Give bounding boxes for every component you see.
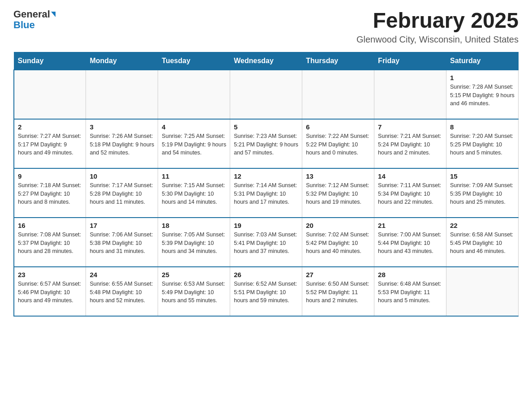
calendar-table: SundayMondayTuesdayWednesdayThursdayFrid… (13, 52, 519, 317)
calendar-cell: 25Sunrise: 6:53 AM Sunset: 5:49 PM Dayli… (158, 267, 230, 316)
day-info: Sunrise: 7:12 AM Sunset: 5:32 PM Dayligh… (306, 181, 370, 206)
day-number: 27 (306, 271, 370, 278)
calendar-cell: 7Sunrise: 7:21 AM Sunset: 5:24 PM Daylig… (374, 119, 446, 168)
day-info: Sunrise: 6:55 AM Sunset: 5:48 PM Dayligh… (90, 280, 154, 305)
day-info: Sunrise: 7:25 AM Sunset: 5:19 PM Dayligh… (162, 132, 226, 157)
day-number: 7 (378, 123, 442, 131)
day-info: Sunrise: 7:26 AM Sunset: 5:18 PM Dayligh… (90, 132, 154, 157)
day-info: Sunrise: 7:00 AM Sunset: 5:44 PM Dayligh… (378, 231, 442, 256)
calendar-cell: 22Sunrise: 6:58 AM Sunset: 5:45 PM Dayli… (446, 218, 519, 267)
calendar-cell (14, 70, 86, 119)
calendar-cell: 20Sunrise: 7:02 AM Sunset: 5:42 PM Dayli… (302, 218, 374, 267)
calendar-cell: 1Sunrise: 7:28 AM Sunset: 5:15 PM Daylig… (446, 70, 519, 119)
day-info: Sunrise: 7:09 AM Sunset: 5:35 PM Dayligh… (450, 181, 515, 206)
calendar-cell: 5Sunrise: 7:23 AM Sunset: 5:21 PM Daylig… (230, 119, 302, 168)
day-number: 6 (306, 123, 370, 131)
calendar-cell: 6Sunrise: 7:22 AM Sunset: 5:22 PM Daylig… (302, 119, 374, 168)
day-info: Sunrise: 7:14 AM Sunset: 5:31 PM Dayligh… (234, 181, 298, 206)
calendar-week-row: 23Sunrise: 6:57 AM Sunset: 5:46 PM Dayli… (14, 267, 519, 316)
day-number: 24 (90, 271, 154, 278)
day-number: 18 (162, 222, 226, 229)
calendar-cell: 11Sunrise: 7:15 AM Sunset: 5:30 PM Dayli… (158, 168, 230, 218)
day-of-week-header: Saturday (446, 52, 519, 70)
day-of-week-header: Sunday (14, 52, 86, 70)
calendar-cell: 2Sunrise: 7:27 AM Sunset: 5:17 PM Daylig… (14, 119, 86, 168)
calendar-cell: 24Sunrise: 6:55 AM Sunset: 5:48 PM Dayli… (86, 267, 158, 316)
day-of-week-header: Monday (86, 52, 158, 70)
calendar-week-row: 16Sunrise: 7:08 AM Sunset: 5:37 PM Dayli… (14, 218, 519, 267)
logo-arrow-icon (51, 12, 56, 17)
calendar-header-row: SundayMondayTuesdayWednesdayThursdayFrid… (14, 52, 519, 70)
day-number: 22 (450, 222, 515, 229)
day-info: Sunrise: 7:06 AM Sunset: 5:38 PM Dayligh… (90, 231, 154, 256)
day-info: Sunrise: 7:05 AM Sunset: 5:39 PM Dayligh… (162, 231, 226, 256)
calendar-cell (86, 70, 158, 119)
day-number: 21 (378, 222, 442, 229)
day-info: Sunrise: 7:17 AM Sunset: 5:28 PM Dayligh… (90, 181, 154, 206)
location-title: Glenwood City, Wisconsin, United States (356, 34, 519, 45)
page-header: General Blue February 2025 Glenwood City… (13, 9, 519, 45)
day-info: Sunrise: 7:02 AM Sunset: 5:42 PM Dayligh… (306, 231, 370, 256)
day-number: 16 (18, 222, 82, 229)
day-info: Sunrise: 6:58 AM Sunset: 5:45 PM Dayligh… (450, 231, 515, 256)
calendar-cell: 9Sunrise: 7:18 AM Sunset: 5:27 PM Daylig… (14, 168, 86, 218)
calendar-cell: 23Sunrise: 6:57 AM Sunset: 5:46 PM Dayli… (14, 267, 86, 316)
day-info: Sunrise: 6:48 AM Sunset: 5:53 PM Dayligh… (378, 280, 442, 305)
day-info: Sunrise: 7:15 AM Sunset: 5:30 PM Dayligh… (162, 181, 226, 206)
calendar-cell: 16Sunrise: 7:08 AM Sunset: 5:37 PM Dayli… (14, 218, 86, 267)
day-number: 28 (378, 271, 442, 278)
day-number: 20 (306, 222, 370, 229)
calendar-cell (158, 70, 230, 119)
calendar-cell: 17Sunrise: 7:06 AM Sunset: 5:38 PM Dayli… (86, 218, 158, 267)
day-number: 5 (234, 123, 298, 131)
calendar-cell: 3Sunrise: 7:26 AM Sunset: 5:18 PM Daylig… (86, 119, 158, 168)
calendar-week-row: 1Sunrise: 7:28 AM Sunset: 5:15 PM Daylig… (14, 70, 519, 119)
calendar-cell: 14Sunrise: 7:11 AM Sunset: 5:34 PM Dayli… (374, 168, 446, 218)
day-info: Sunrise: 6:57 AM Sunset: 5:46 PM Dayligh… (18, 280, 82, 305)
day-number: 10 (90, 172, 154, 180)
day-info: Sunrise: 7:21 AM Sunset: 5:24 PM Dayligh… (378, 132, 442, 157)
day-number: 2 (18, 123, 82, 131)
day-number: 11 (162, 172, 226, 180)
day-number: 12 (234, 172, 298, 180)
day-info: Sunrise: 7:20 AM Sunset: 5:25 PM Dayligh… (450, 132, 515, 157)
calendar-cell: 10Sunrise: 7:17 AM Sunset: 5:28 PM Dayli… (86, 168, 158, 218)
day-number: 17 (90, 222, 154, 229)
logo-blue: Blue (13, 20, 35, 30)
calendar-cell (302, 70, 374, 119)
calendar-cell: 8Sunrise: 7:20 AM Sunset: 5:25 PM Daylig… (446, 119, 519, 168)
calendar-cell: 26Sunrise: 6:52 AM Sunset: 5:51 PM Dayli… (230, 267, 302, 316)
calendar-cell: 12Sunrise: 7:14 AM Sunset: 5:31 PM Dayli… (230, 168, 302, 218)
day-of-week-header: Friday (374, 52, 446, 70)
day-number: 14 (378, 172, 442, 180)
day-info: Sunrise: 7:08 AM Sunset: 5:37 PM Dayligh… (18, 231, 82, 256)
calendar-cell (446, 267, 519, 316)
day-of-week-header: Thursday (302, 52, 374, 70)
calendar-week-row: 2Sunrise: 7:27 AM Sunset: 5:17 PM Daylig… (14, 119, 519, 168)
calendar-week-row: 9Sunrise: 7:18 AM Sunset: 5:27 PM Daylig… (14, 168, 519, 218)
calendar-cell (374, 70, 446, 119)
day-number: 25 (162, 271, 226, 278)
day-number: 4 (162, 123, 226, 131)
calendar-cell: 28Sunrise: 6:48 AM Sunset: 5:53 PM Dayli… (374, 267, 446, 316)
day-info: Sunrise: 7:03 AM Sunset: 5:41 PM Dayligh… (234, 231, 298, 256)
day-number: 8 (450, 123, 515, 131)
calendar-cell (230, 70, 302, 119)
day-info: Sunrise: 7:18 AM Sunset: 5:27 PM Dayligh… (18, 181, 82, 206)
calendar-cell: 4Sunrise: 7:25 AM Sunset: 5:19 PM Daylig… (158, 119, 230, 168)
day-info: Sunrise: 7:27 AM Sunset: 5:17 PM Dayligh… (18, 132, 82, 157)
day-info: Sunrise: 7:23 AM Sunset: 5:21 PM Dayligh… (234, 132, 298, 157)
calendar-cell: 13Sunrise: 7:12 AM Sunset: 5:32 PM Dayli… (302, 168, 374, 218)
day-number: 9 (18, 172, 82, 180)
title-section: February 2025 Glenwood City, Wisconsin, … (356, 9, 519, 45)
logo-general: General (13, 9, 50, 20)
calendar-cell: 15Sunrise: 7:09 AM Sunset: 5:35 PM Dayli… (446, 168, 519, 218)
calendar-cell: 18Sunrise: 7:05 AM Sunset: 5:39 PM Dayli… (158, 218, 230, 267)
day-number: 19 (234, 222, 298, 229)
day-number: 13 (306, 172, 370, 180)
day-number: 26 (234, 271, 298, 278)
calendar-cell: 19Sunrise: 7:03 AM Sunset: 5:41 PM Dayli… (230, 218, 302, 267)
day-info: Sunrise: 6:50 AM Sunset: 5:52 PM Dayligh… (306, 280, 370, 305)
calendar-cell: 27Sunrise: 6:50 AM Sunset: 5:52 PM Dayli… (302, 267, 374, 316)
month-title: February 2025 (356, 9, 519, 33)
